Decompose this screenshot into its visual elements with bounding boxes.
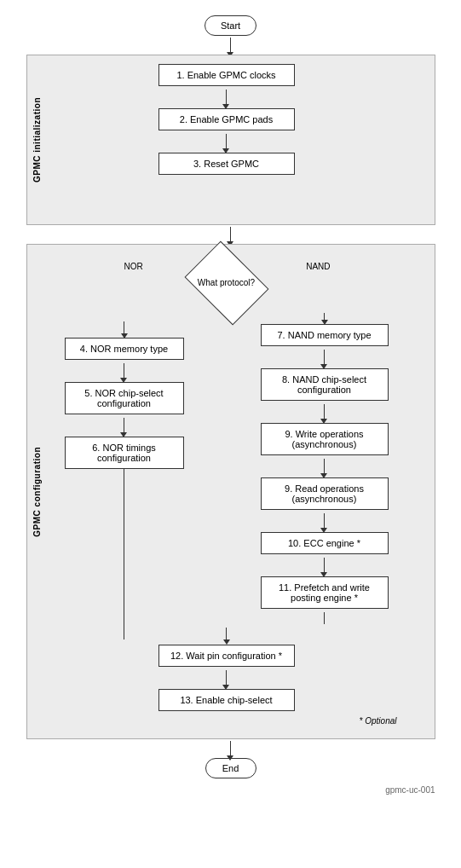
step9a-box: 9. Write operations (asynchronous): [261, 423, 389, 455]
step8-box: 8. NAND chip-select configuration: [261, 368, 389, 401]
merge-line-center: [226, 628, 227, 639]
step5-box: 5. NOR chip-select configuration: [65, 382, 184, 414]
arrow-nand1: [324, 350, 325, 365]
nor-column: 4. NOR memory type 5. NOR chip-select co…: [48, 313, 201, 639]
nand-branch-label: NAND: [306, 262, 330, 271]
arrow-nand2: [324, 404, 325, 420]
gpmc-init-label: GPMC initialization: [32, 97, 42, 182]
step10-box: 10. ECC engine *: [261, 532, 389, 554]
arrow-nand5: [324, 558, 325, 573]
optional-note: * Optional: [360, 716, 397, 726]
step9b-box: 9. Read operations (asynchronous): [261, 477, 389, 510]
step12-box: 12. Wait pin configuration *: [158, 645, 295, 667]
gpmc-config-label-wrap: GPMC configuration: [27, 245, 48, 738]
step11-box: 11. Prefetch and write posting engine *: [261, 576, 389, 609]
step13-box: 13. Enable chip-select: [158, 689, 295, 711]
optional-note-wrap: * Optional: [48, 716, 406, 726]
nor-branch-label: NOR: [124, 262, 143, 271]
gpmc-config-label: GPMC configuration: [32, 447, 42, 537]
gpmc-config-section: GPMC configuration What protocol? NOR NA…: [26, 244, 435, 739]
decision-wrap: What protocol? NOR NAND: [116, 253, 337, 313]
step3-box: 3. Reset GPMC: [158, 153, 295, 175]
arrow-nand-top: [324, 313, 325, 320]
arrow-nor1: [124, 363, 124, 379]
arrow-to-end: [230, 741, 231, 756]
nand-merge-line: [324, 612, 325, 624]
end-oval: End: [205, 758, 256, 778]
footer-wrap: gpmc-uc-001: [26, 782, 435, 795]
step6-box: 6. NOR timings configuration: [65, 437, 184, 469]
start-oval: Start: [205, 15, 256, 36]
decision-diamond: [184, 241, 268, 326]
arrow-nor-down: [124, 321, 124, 333]
arrow-start: [230, 38, 231, 53]
nor-merge-line: [124, 469, 124, 639]
init-content: 1. Enable GPMC clocks 2. Enable GPMC pad…: [48, 64, 406, 175]
step7-box: 7. NAND memory type: [261, 324, 389, 346]
arrow2: [226, 134, 227, 149]
step1-box: 1. Enable GPMC clocks: [158, 64, 295, 86]
config-content: What protocol? NOR NAND 4. NOR memory ty…: [48, 253, 406, 726]
gpmc-init-label-wrap: GPMC initialization: [27, 55, 48, 224]
step2-box: 2. Enable GPMC pads: [158, 108, 295, 130]
footer-label: gpmc-uc-001: [385, 785, 435, 795]
diagram-container: Start GPMC initialization 1. Enable GPMC…: [0, 0, 461, 812]
arrow-12to13: [226, 670, 227, 686]
arrow-nand3: [324, 459, 325, 474]
arrow1: [226, 90, 227, 105]
nand-column: 7. NAND memory type 8. NAND chip-select …: [244, 313, 406, 624]
merge-area: [48, 628, 406, 639]
arrow-nand4: [324, 513, 325, 529]
two-col-layout: 4. NOR memory type 5. NOR chip-select co…: [48, 313, 406, 639]
arrow-nor2: [124, 418, 124, 433]
gpmc-init-section: GPMC initialization 1. Enable GPMC clock…: [26, 55, 435, 225]
step4-box: 4. NOR memory type: [65, 338, 184, 360]
arrow-between-sections: [230, 227, 231, 242]
